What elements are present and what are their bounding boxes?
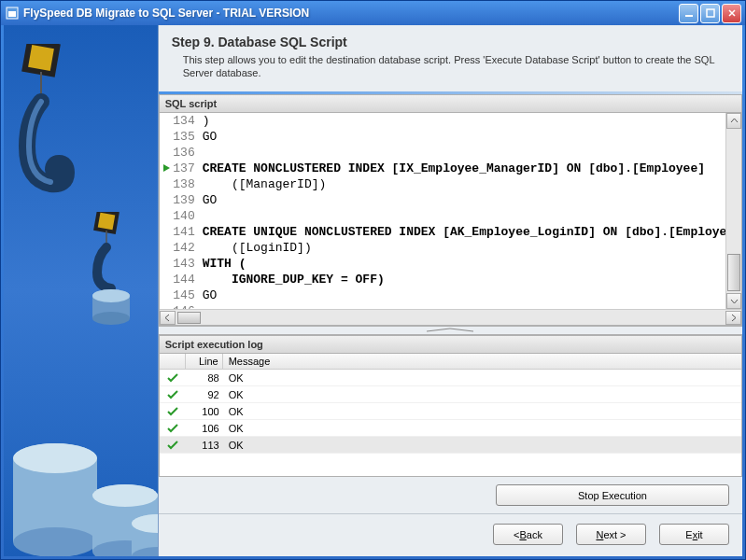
sql-editor[interactable]: 134)135GO136137CREATE NONCLUSTERED INDEX…: [159, 113, 742, 326]
back-button[interactable]: < Back: [493, 524, 563, 545]
log-row[interactable]: 106OK: [160, 420, 741, 437]
chevron-up-icon: [730, 117, 739, 125]
log-line-number: 100: [186, 406, 223, 417]
log-line-number: 92: [186, 389, 223, 400]
code-text: GO: [199, 287, 218, 303]
code-text: CREATE NONCLUSTERED INDEX [IX_Employee_M…: [199, 161, 705, 176]
svg-point-18: [13, 443, 97, 473]
code-line[interactable]: 137CREATE NONCLUSTERED INDEX [IX_Employe…: [160, 161, 741, 176]
hscroll-thumb[interactable]: [177, 312, 201, 324]
next-button[interactable]: Next >: [576, 524, 646, 545]
close-icon: [727, 8, 737, 18]
code-line[interactable]: 136: [160, 145, 741, 161]
stop-execution-button[interactable]: Stop Execution: [496, 484, 729, 506]
code-text: ): [199, 113, 210, 129]
line-number: 135: [160, 129, 199, 145]
code-line[interactable]: 142 ([LoginID]): [160, 240, 741, 256]
log-line-number: 113: [186, 440, 223, 451]
line-number: 145: [160, 287, 199, 303]
step-description: This step allows you to edit the destina…: [172, 53, 729, 80]
maximize-button[interactable]: [700, 4, 720, 23]
line-number: 138: [160, 176, 199, 192]
database-cylinders-icon: [4, 407, 158, 556]
crane-hook-icon: [8, 44, 83, 231]
log-message: OK: [223, 406, 741, 417]
svg-rect-1: [8, 11, 16, 17]
code-text: GO: [199, 192, 218, 208]
code-text: [199, 208, 203, 224]
exit-button[interactable]: Exit: [659, 524, 729, 545]
log-status-icon: [160, 424, 186, 433]
scroll-down-button[interactable]: [726, 293, 741, 309]
code-line[interactable]: 144 IGNORE_DUP_KEY = OFF): [160, 272, 741, 287]
code-line[interactable]: 140: [160, 208, 741, 224]
log-row[interactable]: 92OK: [160, 386, 741, 403]
log-header-row: Line Message: [160, 354, 741, 370]
code-text: GO: [199, 129, 218, 145]
chevron-right-icon: [729, 314, 738, 322]
titlebar[interactable]: FlySpeed DB Migrate to SQL Server - TRIA…: [1, 1, 745, 25]
sql-vertical-scrollbar[interactable]: [725, 113, 741, 309]
scroll-track[interactable]: [726, 129, 741, 293]
log-message: OK: [223, 389, 741, 400]
scroll-up-button[interactable]: [726, 113, 741, 129]
sql-horizontal-scrollbar[interactable]: [160, 309, 741, 325]
execution-log[interactable]: Line Message 88OK92OK100OK106OK113OK: [159, 354, 742, 477]
line-number: 139: [160, 192, 199, 208]
window-title: FlySpeed DB Migrate to SQL Server - TRIA…: [23, 7, 679, 20]
log-status-icon: [160, 390, 186, 399]
close-button[interactable]: [722, 4, 741, 23]
line-number: 143: [160, 256, 199, 272]
line-number: 144: [160, 272, 199, 287]
code-text: WITH (: [199, 256, 246, 272]
log-row[interactable]: 88OK: [160, 370, 741, 386]
splitter-grip-icon: [422, 328, 478, 333]
code-line[interactable]: 145GO: [160, 287, 741, 303]
log-line-number: 88: [186, 372, 223, 384]
wizard-header: Step 9. Database SQL Script This step al…: [159, 25, 742, 88]
code-line[interactable]: 138 ([ManagerID]): [160, 176, 741, 192]
svg-point-17: [13, 527, 97, 556]
chevron-down-icon: [730, 297, 739, 305]
scroll-left-button[interactable]: [160, 311, 176, 325]
crane-hook-db-icon: [83, 212, 148, 333]
code-text: IGNORE_DUP_KEY = OFF): [199, 272, 385, 287]
code-text: ([ManagerID]): [199, 176, 327, 192]
wizard-sidebar: [4, 25, 158, 556]
line-number: 137: [160, 161, 199, 176]
horizontal-splitter[interactable]: [159, 326, 742, 335]
log-col-icon[interactable]: [160, 354, 186, 369]
maximize-icon: [706, 8, 715, 18]
line-number: 141: [160, 224, 199, 240]
svg-rect-3: [707, 9, 714, 17]
line-number: 134: [160, 113, 199, 129]
log-row[interactable]: 100OK: [160, 403, 741, 420]
code-text: [199, 145, 203, 161]
log-col-line[interactable]: Line: [186, 354, 223, 369]
code-line[interactable]: 134): [160, 113, 741, 129]
minimize-button[interactable]: [679, 4, 698, 23]
action-button-row: Stop Execution: [159, 477, 742, 513]
code-line[interactable]: 143WITH (: [160, 256, 741, 272]
app-icon: [5, 6, 20, 21]
scroll-thumb[interactable]: [727, 254, 740, 291]
log-line-number: 106: [186, 423, 223, 434]
scroll-right-button[interactable]: [725, 311, 741, 325]
chevron-left-icon: [163, 314, 172, 322]
log-row[interactable]: 113OK: [160, 437, 741, 454]
line-number: 140: [160, 208, 199, 224]
checkmark-icon: [166, 407, 179, 416]
checkmark-icon: [166, 373, 179, 383]
step-title: Step 9. Database SQL Script: [172, 35, 729, 49]
execution-pointer-icon: [162, 162, 173, 174]
code-line[interactable]: 139GO: [160, 192, 741, 208]
log-col-message[interactable]: Message: [223, 354, 741, 369]
sql-panel-label: SQL script: [159, 94, 742, 113]
line-number: 142: [160, 240, 199, 256]
minimize-icon: [684, 8, 694, 18]
code-line[interactable]: 135GO: [160, 129, 741, 145]
code-line[interactable]: 141CREATE UNIQUE NONCLUSTERED INDEX [AK_…: [160, 224, 741, 240]
app-window: FlySpeed DB Migrate to SQL Server - TRIA…: [0, 0, 746, 560]
log-message: OK: [223, 372, 741, 384]
log-panel-label: Script execution log: [159, 335, 742, 354]
